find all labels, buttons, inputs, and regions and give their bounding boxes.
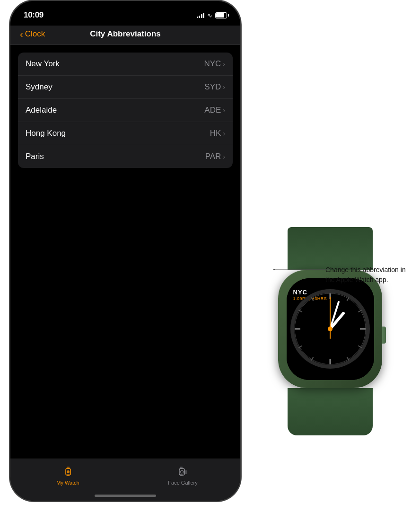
svg-point-7 <box>180 470 183 473</box>
signal-bar-2 <box>199 16 200 18</box>
city-name-adelaide: Adelaide <box>26 106 57 115</box>
annotation-text: Change this abbreviation in the Apple Wa… <box>325 265 406 285</box>
signal-bars-icon <box>197 12 205 18</box>
tab-face-gallery-label: Face Gallery <box>168 480 197 486</box>
watch-screen: NYC 1:09PM, +3HRS <box>287 278 374 380</box>
back-label: Clock <box>25 29 45 39</box>
back-button[interactable]: ‹ Clock <box>20 29 58 39</box>
chevron-right-icon: › <box>223 153 225 160</box>
annotation-container: Change this abbreviation in the Apple Wa… <box>325 265 406 285</box>
tab-face-gallery[interactable]: Face Gallery <box>125 463 240 487</box>
svg-point-26 <box>328 327 332 331</box>
watch-crown <box>382 327 386 344</box>
chevron-right-icon: › <box>223 60 225 68</box>
svg-rect-1 <box>67 467 70 469</box>
chevron-right-icon: › <box>223 106 225 114</box>
battery-fill <box>216 13 224 18</box>
my-watch-icon <box>61 465 75 478</box>
phone-device: 10:09 ∿ ‹ Clock City Abbreviations <box>9 0 241 502</box>
back-chevron-icon: ‹ <box>20 29 23 39</box>
watch-band-bottom <box>288 388 373 435</box>
chevron-right-icon: › <box>223 83 225 91</box>
city-name-hong-kong: Hong Kong <box>26 129 66 138</box>
city-abbr-new-york: NYC › <box>204 59 225 69</box>
watch-case: NYC 1:09PM, +3HRS <box>278 270 382 388</box>
tab-my-watch-label: My Watch <box>56 480 79 486</box>
city-item-sydney[interactable]: Sydney SYD › <box>18 76 233 99</box>
clock-ticks <box>290 289 370 369</box>
tab-my-watch[interactable]: My Watch <box>10 463 125 487</box>
svg-point-28 <box>273 269 275 270</box>
city-item-adelaide[interactable]: Adelaide ADE › <box>18 99 233 122</box>
battery-icon <box>215 12 227 18</box>
dynamic-island <box>97 8 154 24</box>
status-time: 10:09 <box>24 10 44 20</box>
svg-point-3 <box>67 470 70 473</box>
watch-face: NYC 1:09PM, +3HRS <box>287 278 374 380</box>
home-indicator <box>95 495 156 497</box>
navigation-bar: ‹ Clock City Abbreviations <box>10 26 240 45</box>
city-list: New York NYC › Sydney SYD › Adelaide <box>18 53 233 168</box>
annotation-line-svg <box>273 269 330 270</box>
svg-rect-6 <box>180 474 183 476</box>
svg-rect-8 <box>184 470 187 474</box>
content-area: New York NYC › Sydney SYD › Adelaide <box>10 45 240 176</box>
svg-rect-5 <box>180 467 183 469</box>
city-item-paris[interactable]: Paris PAR › <box>18 145 233 168</box>
signal-bar-4 <box>203 13 204 18</box>
watch-band-top <box>288 227 373 270</box>
signal-bar-1 <box>197 17 198 18</box>
status-icons: ∿ <box>197 12 228 19</box>
svg-rect-2 <box>67 474 70 476</box>
city-name-sydney: Sydney <box>26 82 52 92</box>
city-abbr-adelaide: ADE › <box>204 106 225 115</box>
chevron-right-icon: › <box>223 130 225 137</box>
apple-watch: NYC 1:09PM, +3HRS <box>264 227 396 435</box>
city-abbr-sydney: SYD › <box>204 82 225 92</box>
city-abbr-paris: PAR › <box>205 152 225 161</box>
city-abbr-hong-kong: HK › <box>210 129 225 138</box>
signal-bar-3 <box>201 14 202 18</box>
nav-title: City Abbreviations <box>58 29 193 39</box>
city-name-new-york: New York <box>26 59 60 69</box>
wifi-icon: ∿ <box>207 12 212 19</box>
face-gallery-icon <box>176 465 190 478</box>
city-item-new-york[interactable]: New York NYC › <box>18 53 233 76</box>
clock-face <box>287 278 374 380</box>
city-item-hong-kong[interactable]: Hong Kong HK › <box>18 122 233 145</box>
city-name-paris: Paris <box>26 152 44 161</box>
